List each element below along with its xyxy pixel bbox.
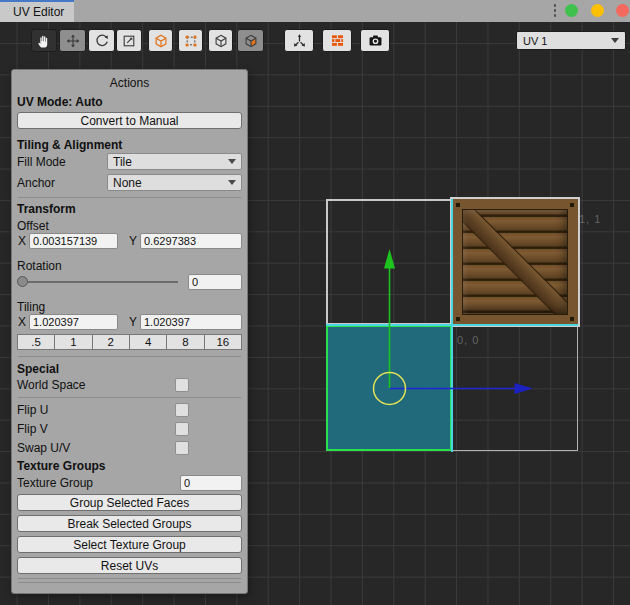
scale-tool-button[interactable] <box>116 29 142 52</box>
crate-bolt <box>456 317 460 321</box>
rotate-icon <box>94 33 110 49</box>
reset-uvs-button[interactable]: Reset UVs <box>17 557 242 574</box>
transform-header: Transform <box>17 202 242 215</box>
anchor-value: None <box>113 176 142 190</box>
scale-icon <box>121 33 137 49</box>
anchor-label: Anchor <box>17 176 107 190</box>
tiling-y-label: Y <box>128 315 137 329</box>
rotate-tool-button[interactable] <box>88 29 115 52</box>
tiling-y-field[interactable] <box>140 314 242 330</box>
panel-title: Actions <box>17 76 242 90</box>
uv-quad-top-left[interactable] <box>326 199 452 325</box>
quick-tiling-2-button[interactable]: 2 <box>92 334 130 350</box>
world-space-label: World Space <box>17 378 175 392</box>
tab-uv-editor[interactable]: UV Editor <box>0 0 74 22</box>
window-button-yellow[interactable] <box>591 4 604 17</box>
window-button-red[interactable] <box>616 4 629 17</box>
camera-icon <box>367 32 384 49</box>
unit-coordinate-label: 1, 1 <box>579 213 601 225</box>
window-button-green[interactable] <box>565 4 578 17</box>
section-divider <box>18 397 241 398</box>
texture-group-field[interactable] <box>180 475 242 491</box>
world-space-checkbox[interactable] <box>175 378 189 392</box>
flip-u-checkbox[interactable] <box>175 403 189 417</box>
fill-mode-value: Tile <box>113 155 132 169</box>
quick-tiling-4-button[interactable]: 4 <box>129 334 167 350</box>
quick-tiling-8-button[interactable]: 8 <box>166 334 204 350</box>
offset-x-field[interactable] <box>29 233 118 249</box>
crate-bolt <box>570 203 574 207</box>
vertex-mode-button[interactable] <box>178 29 203 52</box>
actions-panel: Actions UV Mode: Auto Convert to Manual … <box>11 69 248 594</box>
convert-to-manual-button[interactable]: Convert to Manual <box>17 112 242 129</box>
bottom-divider <box>18 582 241 583</box>
uv-editor-window: 0, 0 1, 1 <box>0 0 630 605</box>
tiling-x-field[interactable] <box>29 314 118 330</box>
tiling-alignment-header: Tiling & Alignment <box>17 138 242 151</box>
crate-frame <box>452 199 578 325</box>
fill-mode-label: Fill Mode <box>17 155 107 169</box>
rotation-slider-handle[interactable] <box>17 276 28 287</box>
edge-mode-icon <box>213 33 229 49</box>
quick-tiling-05-button[interactable]: .5 <box>17 334 55 350</box>
offset-y-label: Y <box>128 234 137 248</box>
origin-coordinate-label: 0, 0 <box>457 334 479 346</box>
unwrap-arrows-icon <box>291 32 308 49</box>
tiling-label: Tiling <box>17 300 242 313</box>
swap-uv-checkbox[interactable] <box>175 441 189 455</box>
screenshot-button[interactable] <box>360 29 390 52</box>
crate-texture-quad[interactable] <box>452 199 578 325</box>
special-header: Special <box>17 362 242 375</box>
dropdown-arrow-icon <box>611 38 619 43</box>
crate-bolt <box>570 317 574 321</box>
fill-mode-dropdown[interactable]: Tile <box>107 153 242 170</box>
uv-channel-value: UV 1 <box>523 35 547 47</box>
flip-u-label: Flip U <box>17 403 175 417</box>
dropdown-arrow-icon <box>228 159 236 164</box>
bottom-divider <box>18 578 241 579</box>
bricks-icon <box>329 32 346 49</box>
crate-bolt <box>456 203 460 207</box>
selected-face-quad[interactable] <box>326 325 452 451</box>
group-selected-faces-button[interactable]: Group Selected Faces <box>17 494 242 511</box>
face-mode-button[interactable] <box>237 29 264 52</box>
pan-tool-button[interactable] <box>31 29 57 52</box>
dropdown-arrow-icon <box>228 180 236 185</box>
uv-channel-dropdown[interactable]: UV 1 <box>516 31 626 50</box>
offset-x-label: X <box>17 234 26 248</box>
title-bar: UV Editor <box>0 0 630 22</box>
object-cube-icon <box>153 33 169 49</box>
swap-uv-label: Swap U/V <box>17 441 175 455</box>
render-uv-template-button[interactable] <box>322 29 352 52</box>
object-mode-button[interactable] <box>148 29 173 52</box>
quick-tiling-16-button[interactable]: 16 <box>204 334 242 350</box>
face-mode-icon <box>243 33 259 49</box>
edge-mode-button[interactable] <box>208 29 233 52</box>
anchor-dropdown[interactable]: None <box>107 174 242 191</box>
project-uv-button[interactable] <box>284 29 314 52</box>
window-menu-icon[interactable] <box>553 4 557 17</box>
move-icon <box>65 33 81 49</box>
break-selected-groups-button[interactable]: Break Selected Groups <box>17 515 242 532</box>
tiling-x-label: X <box>17 315 26 329</box>
vertex-mode-icon <box>183 33 199 49</box>
flip-v-label: Flip V <box>17 422 175 436</box>
offset-label: Offset <box>17 219 242 232</box>
rotation-value-field[interactable] <box>188 274 242 290</box>
rotation-slider[interactable] <box>17 281 178 283</box>
move-tool-button[interactable] <box>59 29 86 52</box>
select-texture-group-button[interactable]: Select Texture Group <box>17 536 242 553</box>
texture-group-label: Texture Group <box>17 476 180 490</box>
u-axis-line <box>326 324 578 326</box>
flip-v-checkbox[interactable] <box>175 422 189 436</box>
rotation-label: Rotation <box>17 259 242 272</box>
texture-groups-header: Texture Groups <box>17 459 242 472</box>
uv-mode-label: UV Mode: Auto <box>17 95 242 108</box>
tab-title: UV Editor <box>13 5 64 19</box>
quick-tiling-1-button[interactable]: 1 <box>54 334 92 350</box>
hand-icon <box>36 33 52 49</box>
section-divider <box>18 356 241 357</box>
offset-y-field[interactable] <box>140 233 242 249</box>
section-divider <box>18 197 241 198</box>
